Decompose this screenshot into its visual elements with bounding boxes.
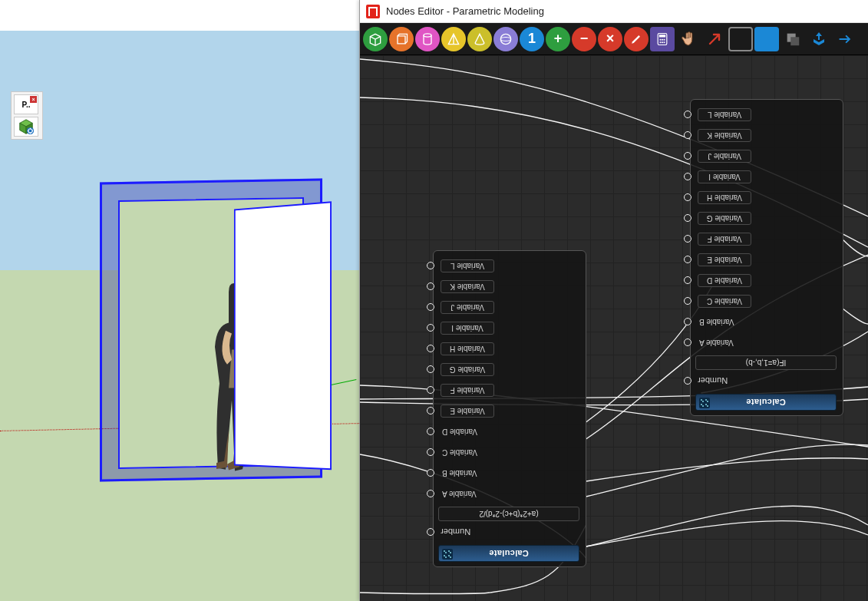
parametric-panel-label: P.. (22, 101, 31, 109)
extension-toolbar[interactable]: P.. × (11, 91, 43, 140)
parametric-panel-button[interactable]: P.. × (14, 94, 38, 114)
variable-label: Variable A (698, 338, 742, 347)
variable-label: Variable H (441, 342, 494, 355)
variable-row: Variable H (695, 187, 837, 208)
input-port[interactable] (427, 366, 434, 374)
toolbar-add-icon[interactable]: + (546, 27, 570, 51)
toolbar-copy-icon[interactable] (781, 27, 805, 51)
input-port[interactable] (427, 304, 434, 312)
input-port[interactable] (427, 428, 434, 436)
pencil-icon (629, 31, 644, 47)
variable-row: Variable K (695, 125, 837, 146)
input-port[interactable] (427, 470, 434, 477)
toolbar-subtract-icon[interactable]: − (572, 27, 596, 51)
toolbar-sphere-icon[interactable] (493, 27, 518, 51)
input-port[interactable] (427, 325, 434, 332)
input-port[interactable] (427, 345, 434, 353)
input-port[interactable] (684, 215, 691, 223)
parametric-cube-button[interactable] (14, 117, 38, 137)
toolbar-box-icon[interactable] (363, 27, 388, 51)
formula-input[interactable] (695, 355, 837, 370)
calculate-node-b[interactable]: Calculate Number Variable AVariable B Va… (690, 99, 843, 416)
input-port[interactable] (684, 256, 691, 264)
hand-icon (679, 30, 698, 48)
node-title-button[interactable]: Calculate (438, 545, 579, 562)
variable-row: Variable E (438, 401, 579, 421)
toolbar-cylinder-icon[interactable] (415, 27, 440, 51)
node-title-label: Calculate (746, 398, 786, 407)
input-port[interactable] (684, 339, 691, 347)
node-title-button[interactable]: Calculate (695, 394, 837, 411)
input-port[interactable] (684, 319, 691, 326)
svg-point-7 (662, 38, 663, 40)
toolbar-arrow-icon[interactable] (833, 27, 857, 51)
sketchup-viewport[interactable]: P.. × (0, 0, 359, 601)
variable-label: Variable C (698, 295, 751, 308)
svg-point-6 (660, 38, 662, 40)
output-port[interactable] (684, 377, 691, 385)
variable-row: Variable B (438, 463, 579, 484)
svg-rect-13 (790, 37, 799, 45)
toolbar-bool-b-icon[interactable] (754, 27, 779, 51)
input-port[interactable] (684, 173, 691, 181)
toolbar-pushpull-icon[interactable] (807, 27, 831, 51)
variable-label: Variable D (441, 428, 485, 436)
svg-rect-5 (659, 35, 665, 37)
close-icon[interactable]: × (30, 96, 37, 103)
vars-plain-container-a: Variable AVariable BVariable CVariable D (438, 421, 579, 504)
input-port[interactable] (427, 283, 434, 291)
number-output-label: Number (698, 376, 728, 385)
variable-row: Variable C (695, 291, 837, 312)
toolbar-measure-icon[interactable] (702, 27, 727, 51)
input-port[interactable] (684, 111, 691, 119)
arrow-ne-icon (705, 30, 724, 48)
variable-label: Variable B (441, 469, 485, 477)
input-port[interactable] (684, 298, 691, 305)
formula-input[interactable] (438, 507, 579, 521)
calculator-icon (699, 398, 710, 408)
input-port[interactable] (427, 490, 434, 498)
variable-row: Variable G (438, 359, 579, 380)
svg-point-9 (660, 41, 662, 43)
svg-point-1 (424, 33, 431, 36)
cube-icon (18, 118, 35, 135)
variable-label: Variable I (698, 170, 751, 183)
variable-row: Variable F (695, 229, 837, 249)
toolbar-one-icon[interactable]: 1 (520, 27, 544, 51)
variable-label: Variable H (698, 191, 751, 204)
variable-row: Variable J (695, 146, 837, 167)
node-graph-canvas[interactable]: Calculate Number Variable AVariable BVar… (360, 55, 868, 601)
variable-label: Variable D (698, 274, 751, 287)
vars-plain-container-b: Variable AVariable B (695, 312, 837, 353)
sketchup-icon (366, 5, 380, 18)
door-model[interactable] (100, 178, 322, 481)
toolbar-point-icon[interactable] (676, 27, 701, 51)
toolbar-cone-icon[interactable] (467, 27, 492, 51)
input-port[interactable] (427, 263, 434, 270)
input-port[interactable] (427, 408, 434, 415)
output-port[interactable] (427, 528, 434, 536)
toolbar-prism-icon[interactable] (389, 27, 414, 51)
variable-row: Variable H (438, 338, 579, 359)
window-titlebar[interactable]: Nodes Editor - Parametric Modeling (360, 0, 868, 23)
input-port[interactable] (684, 132, 691, 140)
input-port[interactable] (427, 449, 434, 457)
variable-row: Variable A (695, 332, 837, 353)
input-port[interactable] (427, 387, 434, 395)
input-port[interactable] (684, 277, 691, 285)
variable-row: Variable D (438, 421, 579, 442)
variable-row: Variable E (695, 249, 837, 270)
toolbar-multiply-icon[interactable]: × (598, 27, 622, 51)
viewport-canvas[interactable] (0, 31, 359, 601)
variable-label: Variable L (441, 259, 494, 272)
variable-label: Variable C (441, 448, 485, 457)
toolbar-bool-a-icon[interactable] (728, 27, 753, 51)
toolbar-pyramid-icon[interactable] (441, 27, 466, 51)
calculate-node-a[interactable]: Calculate Number Variable AVariable BVar… (433, 250, 586, 567)
variable-row: Variable B (695, 312, 837, 332)
input-port[interactable] (684, 153, 691, 160)
toolbar-divide-icon[interactable] (624, 27, 649, 51)
input-port[interactable] (684, 194, 691, 202)
input-port[interactable] (684, 236, 691, 243)
toolbar-calculator-icon[interactable] (650, 27, 675, 51)
